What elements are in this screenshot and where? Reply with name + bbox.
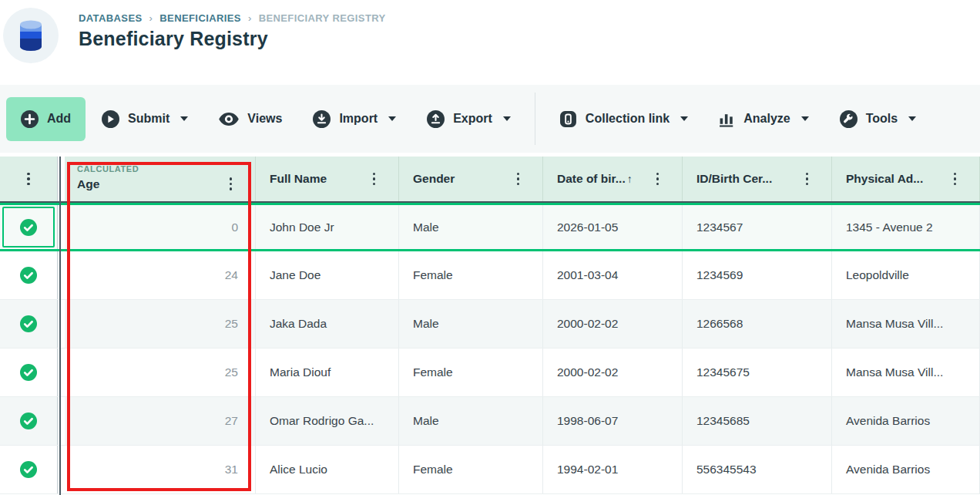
column-header-id-birth-cert[interactable]: ID/Birth Cer... xyxy=(683,157,832,201)
tools-button-label: Tools xyxy=(866,112,898,126)
cell-id-birth-cert: 1266568 xyxy=(683,300,832,348)
record-check-icon xyxy=(20,267,37,284)
cell-gender: Male xyxy=(399,397,543,445)
column-header-full-name[interactable]: Full Name xyxy=(256,157,399,201)
column-menu-icon[interactable] xyxy=(227,174,236,194)
breadcrumb-beneficiaries[interactable]: BENEFICIARIES xyxy=(159,12,241,24)
page-title: Beneficiary Registry xyxy=(79,28,386,50)
cell-date-of-birth: 1994-02-01 xyxy=(543,446,683,493)
table-row[interactable]: 25 Maria Diouf Female 2000-02-02 1234567… xyxy=(0,349,980,397)
column-label: Age xyxy=(77,177,99,191)
views-button[interactable]: Views xyxy=(204,97,297,141)
record-check-icon xyxy=(20,315,37,332)
caret-down-icon xyxy=(908,116,916,121)
tools-button[interactable]: Tools xyxy=(825,97,931,141)
calculated-tag: CALCULATED xyxy=(77,164,235,173)
record-status-cell[interactable] xyxy=(0,300,58,348)
toolbar: Add Submit Views Import Export xyxy=(0,85,980,153)
column-header-date-of-birth[interactable]: Date of bir...↑ xyxy=(543,157,683,201)
caret-down-icon xyxy=(680,116,688,121)
column-label: ID/Birth Cer... xyxy=(696,172,772,186)
export-button-label: Export xyxy=(453,112,492,126)
record-status-cell[interactable] xyxy=(0,349,58,396)
record-status-cell[interactable] xyxy=(0,446,58,493)
cell-date-of-birth: 2000-02-02 xyxy=(543,300,683,348)
analyze-button[interactable]: Analyze xyxy=(704,97,823,141)
cell-gender: Female xyxy=(399,251,543,299)
column-menu-icon[interactable] xyxy=(370,170,379,189)
cell-date-of-birth: 1998-06-07 xyxy=(543,397,683,445)
table-row[interactable]: 25 Jaka Dada Male 2000-02-02 1266568 Man… xyxy=(0,300,980,349)
cell-physical-address: Mansa Musa Vill... xyxy=(832,349,980,396)
cell-id-birth-cert: 12345675 xyxy=(683,349,832,396)
plus-circle-icon xyxy=(21,110,39,128)
column-menu-icon[interactable] xyxy=(653,170,663,189)
record-check-icon xyxy=(20,364,37,381)
submit-button-label: Submit xyxy=(128,112,169,126)
app-header: DATABASES › BENEFICIARIES › BENEFICIARY … xyxy=(0,0,980,85)
column-menu-icon[interactable] xyxy=(24,170,33,189)
cell-age: 25 xyxy=(65,300,256,348)
cell-full-name: Jane Doe xyxy=(256,251,399,299)
record-status-cell[interactable] xyxy=(0,251,58,299)
database-avatar xyxy=(3,8,59,63)
wrench-circle-icon xyxy=(840,110,858,128)
add-button-label: Add xyxy=(47,112,71,126)
breadcrumb-separator: › xyxy=(149,12,153,24)
breadcrumb-separator: › xyxy=(248,12,252,24)
bar-chart-icon xyxy=(719,111,735,127)
collection-link-button-label: Collection link xyxy=(586,112,670,126)
cell-id-birth-cert: 1234567 xyxy=(683,205,832,249)
import-button-label: Import xyxy=(339,112,378,126)
column-header-gender[interactable]: Gender xyxy=(399,157,543,201)
mobile-device-icon xyxy=(559,110,577,128)
column-label: Date of bir...↑ xyxy=(557,172,633,186)
submit-button[interactable]: Submit xyxy=(87,97,203,141)
toolbar-divider xyxy=(535,93,535,145)
record-status-cell[interactable] xyxy=(0,205,58,249)
table-header-row: CALCULATED Age Full Name Gender Date of … xyxy=(0,157,980,203)
cell-date-of-birth: 2000-02-02 xyxy=(543,349,683,396)
column-menu-icon[interactable] xyxy=(951,170,960,189)
cell-age: 0 xyxy=(65,205,256,249)
column-menu-icon[interactable] xyxy=(514,170,523,189)
cell-physical-address: Avenida Barrios xyxy=(832,397,980,445)
table-row[interactable]: 0 John Doe Jr Male 2026-01-05 1234567 13… xyxy=(0,203,980,251)
breadcrumb: DATABASES › BENEFICIARIES › BENEFICIARY … xyxy=(79,12,386,24)
export-button[interactable]: Export xyxy=(412,97,525,141)
column-header-physical-address[interactable]: Physical Ad... xyxy=(832,157,980,201)
cell-gender: Female xyxy=(399,446,543,493)
views-button-label: Views xyxy=(247,112,282,126)
selected-row-outline xyxy=(2,207,55,248)
column-label: Physical Ad... xyxy=(846,172,923,186)
table-row[interactable]: 27 Omar Rodrigo Ga... Male 1998-06-07 12… xyxy=(0,397,980,446)
add-button[interactable]: Add xyxy=(6,97,86,141)
cell-date-of-birth: 2001-03-04 xyxy=(543,251,683,299)
select-column-header xyxy=(0,157,58,201)
table-body: 0 John Doe Jr Male 2026-01-05 1234567 13… xyxy=(0,203,980,494)
column-header-age[interactable]: CALCULATED Age xyxy=(65,157,256,201)
table-row[interactable]: 31 Alice Lucio Female 1994-02-01 5563455… xyxy=(0,446,980,494)
record-status-cell[interactable] xyxy=(0,397,58,445)
cell-physical-address: Avenida Barrios xyxy=(832,446,980,493)
column-label: Full Name xyxy=(270,172,327,186)
play-circle-icon xyxy=(102,110,119,128)
collection-link-button[interactable]: Collection link xyxy=(545,97,703,141)
column-menu-icon[interactable] xyxy=(803,170,812,189)
record-check-icon xyxy=(20,461,37,478)
cell-full-name: Jaka Dada xyxy=(256,300,399,348)
record-check-icon xyxy=(20,412,37,429)
cell-age: 27 xyxy=(65,397,256,445)
eye-icon xyxy=(219,113,239,126)
cell-physical-address: Mansa Musa Vill... xyxy=(832,300,980,348)
cell-physical-address: Leopoldville xyxy=(832,251,980,299)
frozen-column-divider[interactable] xyxy=(59,157,61,495)
caret-down-icon xyxy=(388,116,396,121)
cell-gender: Male xyxy=(399,300,543,348)
import-button[interactable]: Import xyxy=(298,97,411,141)
breadcrumb-databases[interactable]: DATABASES xyxy=(79,12,143,24)
cell-full-name: Alice Lucio xyxy=(256,446,399,493)
import-circle-icon xyxy=(313,110,331,128)
cell-full-name: John Doe Jr xyxy=(256,205,399,249)
table-row[interactable]: 24 Jane Doe Female 2001-03-04 1234569 Le… xyxy=(0,251,980,300)
